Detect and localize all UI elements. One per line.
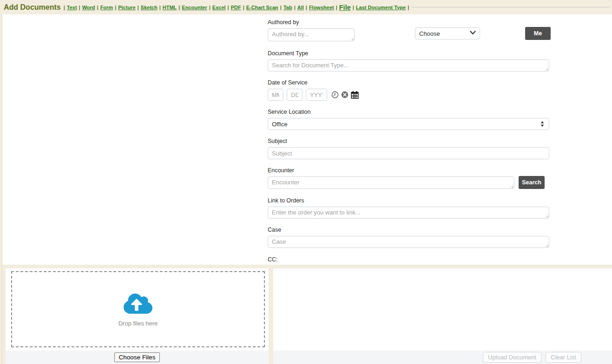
nav-link-pdf[interactable]: PDF	[231, 5, 241, 10]
list-panel-footer: Upload Document Clear List	[273, 351, 612, 364]
date-of-service-row	[268, 89, 552, 101]
nav-link-sketch[interactable]: Sketch	[141, 5, 158, 10]
nav-link-excel[interactable]: Excel	[212, 5, 226, 10]
date-year-input[interactable]	[306, 89, 327, 101]
date-day-input[interactable]	[287, 89, 303, 101]
choose-files-button[interactable]: Choose Files	[114, 352, 160, 362]
authored-by-choose-select[interactable]: Choose	[415, 27, 480, 39]
nav-link-all[interactable]: All	[297, 5, 304, 10]
nav-link-tab[interactable]: Tab	[283, 5, 292, 10]
nav-link-flowsheet[interactable]: Flowsheet	[309, 5, 334, 10]
service-location-select[interactable]: Office	[268, 118, 549, 130]
nav-link-encounter[interactable]: Encounter	[182, 5, 207, 10]
upload-document-button[interactable]: Upload Document	[483, 352, 541, 363]
nav-link-text[interactable]: Text	[67, 5, 77, 10]
authored-by-row: Choose Me	[268, 28, 552, 42]
date-of-service-label: Date of Service	[268, 79, 552, 86]
upload-section: Drop files here Choose Files Upload Docu…	[2, 265, 612, 364]
nav-link-form[interactable]: Form	[100, 5, 113, 10]
nav-link-last-document-type[interactable]: Last Document Type	[356, 5, 406, 10]
cc-label: CC:	[268, 256, 552, 263]
nav-link-word[interactable]: Word	[82, 5, 95, 10]
main-form-area: Authored by Choose Me Document Type Date…	[2, 14, 612, 265]
encounter-label: Encounter	[268, 167, 552, 174]
clear-circle-icon[interactable]	[341, 91, 349, 98]
encounter-row: Search	[268, 176, 552, 189]
link-to-orders-label: Link to Orders	[268, 197, 552, 204]
service-location-label: Service Location	[268, 109, 552, 115]
clear-list-button[interactable]: Clear List	[546, 352, 581, 363]
encounter-input[interactable]	[268, 176, 514, 189]
nav-link-html[interactable]: HTML	[163, 5, 177, 10]
authored-by-label: Authored by	[268, 19, 552, 26]
service-location-row: Office	[268, 118, 549, 130]
document-type-label: Document Type	[268, 50, 552, 57]
drop-panel-footer: Choose Files	[6, 351, 269, 364]
drop-files-text: Drop files here	[118, 320, 158, 327]
nav-link-file[interactable]: File	[339, 4, 351, 11]
header-bar: Add Documents Text Word Form Picture Ske…	[0, 0, 612, 14]
file-list-panel: Upload Document Clear List	[273, 268, 612, 364]
clock-icon[interactable]	[331, 91, 339, 98]
link-to-orders-input[interactable]	[268, 207, 549, 219]
file-drop-panel: Drop files here Choose Files	[6, 268, 269, 364]
calendar-icon[interactable]	[351, 91, 359, 99]
document-type-nav: Text Word Form Picture Sketch HTML Encou…	[63, 4, 410, 11]
page-title: Add Documents	[4, 3, 61, 12]
authored-by-input[interactable]	[268, 28, 355, 41]
file-dropzone[interactable]: Drop files here	[11, 271, 265, 347]
cloud-upload-icon	[124, 292, 152, 315]
document-type-input[interactable]	[268, 59, 549, 72]
case-label: Case	[268, 227, 552, 233]
date-month-input[interactable]	[268, 89, 283, 101]
document-form: Authored by Choose Me Document Type Date…	[268, 14, 552, 277]
nav-link-e-chart-scan[interactable]: E-Chart Scan	[246, 5, 278, 10]
encounter-search-button[interactable]: Search	[519, 176, 545, 189]
nav-trailing-separator: |	[408, 5, 409, 10]
subject-label: Subject	[268, 138, 552, 144]
subject-input[interactable]	[268, 147, 549, 159]
case-input[interactable]	[268, 236, 549, 248]
me-button[interactable]: Me	[525, 27, 551, 40]
header-divider-line	[412, 7, 609, 7]
nav-link-picture[interactable]: Picture	[118, 5, 135, 10]
